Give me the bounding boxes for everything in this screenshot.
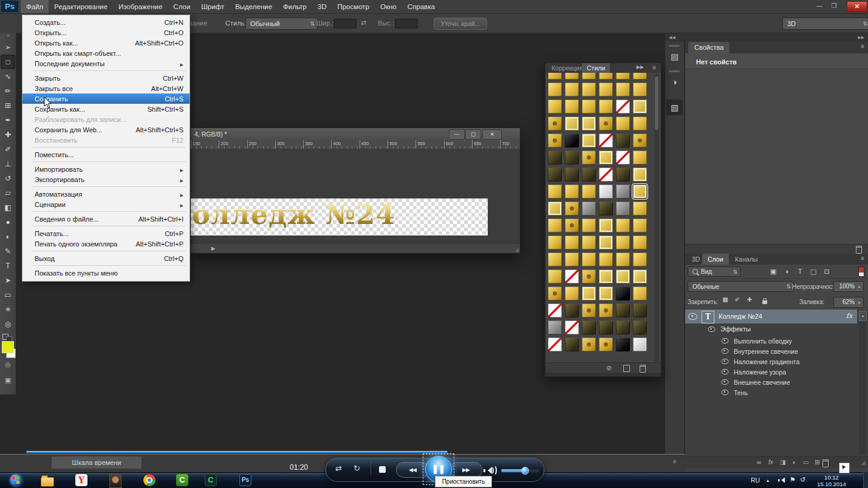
style-swatch[interactable] [582, 73, 596, 80]
fill-value[interactable]: 62% [833, 297, 858, 308]
scroll-up-icon[interactable]: ▴ [859, 311, 867, 321]
style-swatch[interactable] [582, 219, 596, 232]
file-menu-item[interactable]: Экспортировать [22, 174, 190, 185]
style-swatch[interactable] [633, 83, 647, 97]
filter-type-layers-icon[interactable]: T [793, 266, 807, 277]
filter-pixel-layers-icon[interactable]: ▣ [767, 266, 780, 277]
rectangle-tool[interactable]: ▭ [0, 288, 16, 302]
status-popup-arrow-icon[interactable]: ▶ [211, 246, 215, 251]
menubar-item[interactable]: Выделение [230, 0, 278, 13]
tray-clock[interactable]: 10:12 15.10.2014 [809, 474, 854, 487]
actions-panel-icon[interactable]: ▤ [665, 49, 684, 64]
layer-effect-row[interactable]: Наложение градиента [720, 356, 799, 367]
style-swatch[interactable] [582, 269, 596, 283]
style-swatch[interactable] [548, 100, 562, 114]
style-swatch[interactable] [582, 100, 596, 114]
style-select[interactable]: Обычный ⇅ [245, 18, 318, 30]
style-swatch[interactable] [633, 117, 647, 130]
panel-menu-icon[interactable]: ≡ [861, 43, 864, 50]
camtasia-recorder-taskbar-icon[interactable]: C [205, 474, 218, 487]
style-swatch[interactable] [565, 252, 579, 266]
style-swatch[interactable] [548, 269, 562, 283]
layer-filter-select[interactable]: Вид ⇅ [688, 266, 740, 277]
styles-scrollbar[interactable] [654, 74, 659, 362]
style-swatch[interactable] [548, 320, 562, 334]
expand-dock-icon[interactable]: ▶▶ [858, 33, 864, 41]
layers-scrollbar[interactable]: ▴ [859, 310, 866, 455]
language-indicator[interactable]: RU [751, 476, 760, 484]
resize-grip-icon[interactable]: ◢ [861, 459, 866, 466]
file-menu-item[interactable]: Сведения о файле...Alt+Shift+Ctrl+I [22, 214, 190, 224]
style-swatch[interactable] [548, 303, 562, 317]
panel-menu-icon[interactable]: ≡ [673, 458, 677, 465]
clear-style-icon[interactable]: ⊘ [606, 364, 612, 371]
photoshop-taskbar-icon[interactable]: Ps [239, 474, 253, 487]
eyedropper-tool[interactable]: ✒ [0, 113, 16, 127]
file-menu-item[interactable]: Сохранить для Web...Alt+Shift+Ctrl+S [22, 124, 190, 135]
eraser-tool[interactable]: ▱ [0, 186, 16, 200]
file-menu-item[interactable]: Поместить... [22, 149, 190, 160]
style-swatch[interactable] [599, 269, 613, 283]
style-swatch[interactable] [565, 100, 579, 114]
style-swatch[interactable] [633, 185, 647, 198]
style-swatch[interactable] [548, 134, 562, 147]
style-swatch[interactable] [582, 83, 596, 97]
style-swatch[interactable] [582, 303, 596, 317]
file-menu-item[interactable]: Импортировать [22, 164, 190, 174]
style-swatch[interactable] [582, 151, 596, 164]
width-input[interactable] [333, 19, 357, 29]
rectangular-marquee-tool[interactable]: □ [1, 55, 15, 69]
style-swatch[interactable] [616, 219, 630, 232]
style-swatch[interactable] [599, 168, 613, 181]
filter-smart-objects-icon[interactable]: ⊡ [820, 266, 833, 277]
delete-icon[interactable] [856, 246, 862, 254]
layer-visibility-eye-icon[interactable] [688, 313, 697, 320]
video-seek-bar[interactable] [26, 451, 448, 453]
style-swatch[interactable] [548, 168, 562, 181]
style-swatch[interactable] [565, 151, 579, 164]
style-swatch[interactable] [548, 337, 562, 351]
layer-effect-row[interactable]: Наложение узора [720, 367, 799, 377]
panel-resize-grip[interactable]: ∙∙∙∙ [545, 373, 661, 376]
style-swatch[interactable] [633, 303, 647, 317]
style-swatch[interactable] [548, 252, 562, 266]
expand-panel-icon[interactable]: ▶▶ [637, 64, 644, 70]
resize-grip-icon[interactable]: ◢ [514, 246, 519, 252]
style-swatch[interactable] [633, 236, 647, 249]
style-swatch[interactable] [616, 252, 630, 266]
style-swatch[interactable] [616, 168, 630, 181]
style-swatch[interactable] [548, 151, 562, 164]
file-menu-item[interactable]: Разблокировать для записи... [22, 114, 190, 124]
filter-shape-layers-icon[interactable]: ▢ [807, 266, 820, 277]
height-input[interactable] [395, 19, 418, 29]
style-swatch[interactable] [582, 134, 596, 147]
transparent-canvas[interactable]: олледж №24 [191, 198, 488, 236]
style-swatch[interactable] [599, 134, 613, 147]
collapse-tools-icon[interactable]: » [0, 33, 16, 38]
crop-tool[interactable]: ⊞ [0, 98, 16, 113]
text-layer-thumbnail[interactable]: T [702, 311, 714, 324]
lock-move-icon[interactable]: ✚ [743, 296, 756, 303]
style-swatch[interactable] [599, 303, 613, 317]
style-swatch[interactable] [633, 151, 647, 164]
shuffle-icon[interactable]: ⇄ [335, 464, 342, 473]
file-menu-item[interactable]: Показать все пункты меню [22, 268, 190, 278]
file-menu-item[interactable]: Печатать...Ctrl+P [22, 228, 190, 239]
style-swatch[interactable] [599, 100, 613, 114]
delete-layer-icon[interactable] [822, 459, 829, 467]
blend-mode-select[interactable]: Обычные ⇅ [688, 281, 794, 292]
volume-handle[interactable] [521, 467, 529, 475]
style-swatch[interactable] [565, 303, 579, 317]
file-menu-item[interactable]: Печать одного экземпляраAlt+Shift+Ctrl+P [22, 239, 190, 249]
file-menu-item[interactable]: Закрыть всеAlt+Ctrl+W [22, 83, 190, 93]
menubar-item[interactable]: Просмотр [332, 0, 375, 13]
style-swatch[interactable] [565, 185, 579, 198]
style-swatch[interactable] [616, 134, 630, 147]
style-swatch[interactable] [582, 117, 596, 130]
foreground-color-swatch[interactable] [2, 341, 14, 353]
quick-mask-icon[interactable]: ◎ [0, 361, 16, 368]
style-swatch[interactable] [599, 236, 613, 249]
lock-all-icon[interactable] [762, 300, 767, 304]
style-swatch[interactable] [599, 320, 613, 334]
file-menu-item[interactable]: Открыть как...Alt+Shift+Ctrl+O [22, 38, 190, 48]
